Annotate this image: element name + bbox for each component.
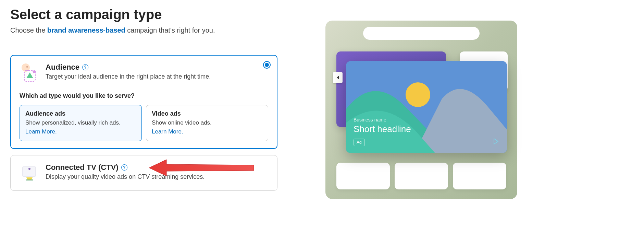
ctv-title: Connected TV (CTV) [46, 163, 119, 172]
ad-type-title: Video ads [152, 110, 262, 117]
page-subtitle: Choose the brand awareness-based campaig… [10, 26, 277, 34]
preview-bottom-card [453, 163, 506, 189]
subtitle-highlight: brand awareness-based [47, 26, 125, 34]
learn-more-link[interactable]: Learn More. [152, 128, 183, 135]
preview-bottom-card [336, 163, 390, 189]
radio-selected-icon [263, 61, 271, 69]
page-title: Select a campaign type [10, 7, 277, 22]
ad-type-desc: Show personalized, visually rich ads. [25, 119, 136, 126]
svg-rect-7 [26, 179, 33, 180]
ad-type-question: Which ad type would you like to serve? [20, 92, 268, 100]
preview-bottom-card [395, 163, 448, 189]
svg-point-1 [26, 66, 28, 68]
audience-title: Audience [46, 63, 79, 72]
preview-business-name: Business name [354, 117, 499, 122]
learn-more-link[interactable]: Learn More. [25, 128, 57, 135]
ad-type-video-ads[interactable]: Video ads Show online video ads. Learn M… [146, 105, 268, 141]
audience-icon [20, 63, 39, 83]
svg-point-3 [28, 70, 29, 71]
ctv-desc: Display your quality video ads on CTV st… [46, 173, 268, 180]
help-icon[interactable]: ? [82, 64, 88, 70]
ad-type-audience-ads[interactable]: Audience ads Show personalized, visually… [20, 105, 142, 141]
ad-type-title: Audience ads [25, 110, 136, 117]
subtitle-pre: Choose the [10, 26, 47, 34]
option-ctv[interactable]: Connected TV (CTV) ? Display your qualit… [10, 155, 277, 191]
preview-ad-card: Business name Short headline Ad [346, 61, 507, 153]
audience-desc: Target your ideal audience in the right … [46, 73, 268, 80]
svg-point-6 [28, 168, 30, 170]
help-icon[interactable]: ? [121, 164, 127, 171]
ad-badge: Ad [354, 139, 365, 146]
preview-search-bar [363, 27, 480, 40]
back-arrow-icon [333, 72, 343, 83]
option-audience[interactable]: Audience ? Target your ideal audience in… [10, 55, 277, 149]
ad-type-desc: Show online video ads. [152, 119, 262, 126]
subtitle-post: campaign that's right for you. [125, 26, 215, 34]
preview-headline: Short headline [354, 124, 499, 135]
play-icon [493, 138, 499, 146]
ctv-icon [20, 163, 39, 183]
svg-point-9 [406, 82, 430, 107]
preview-illustration: Business name Short headline Ad [325, 21, 517, 199]
